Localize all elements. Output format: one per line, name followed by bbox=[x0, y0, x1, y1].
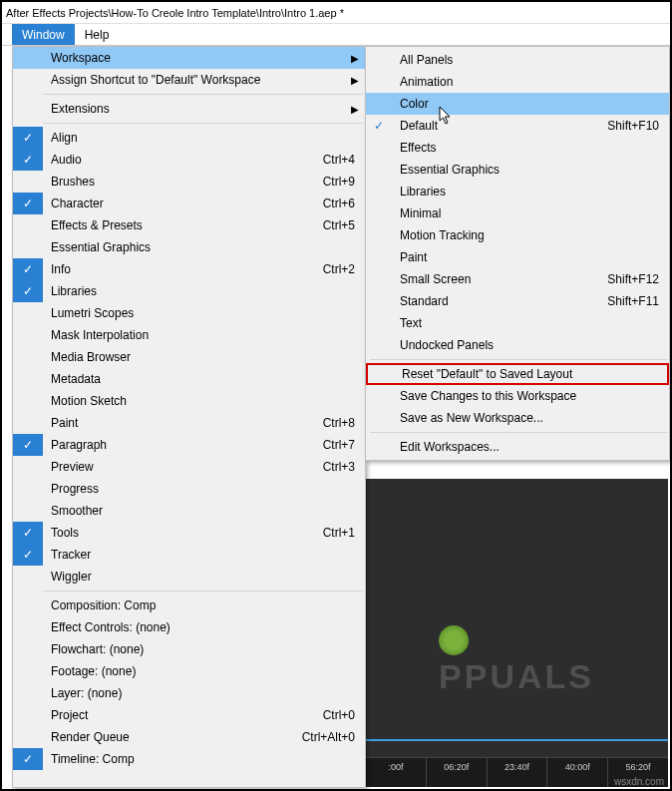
menu-item-tracker[interactable]: ✓ Tracker bbox=[13, 544, 365, 566]
submenu-item-paint[interactable]: Paint bbox=[366, 246, 669, 268]
check-icon: ✓ bbox=[13, 544, 43, 566]
submenu-item-save-changes[interactable]: Save Changes to this Workspace bbox=[366, 385, 669, 407]
menu-item-wiggler[interactable]: Wiggler bbox=[13, 566, 365, 588]
check-icon: ✓ bbox=[366, 115, 392, 137]
menu-bar: Window Help bbox=[2, 24, 670, 46]
menu-item-layer[interactable]: Layer: (none) bbox=[13, 682, 365, 704]
check-icon: ✓ bbox=[13, 434, 43, 456]
menu-item-character[interactable]: ✓ Character Ctrl+6 bbox=[13, 193, 365, 214]
menu-item-motion-sketch[interactable]: Motion Sketch bbox=[13, 390, 365, 412]
submenu-item-text[interactable]: Text bbox=[366, 312, 669, 334]
separator bbox=[43, 123, 363, 124]
window-title: After Effects Projects\How-To Creole Int… bbox=[2, 2, 670, 24]
check-icon: ✓ bbox=[13, 522, 43, 544]
menu-item-mask-interp[interactable]: Mask Interpolation bbox=[13, 324, 365, 346]
separator bbox=[43, 591, 363, 592]
separator bbox=[370, 359, 667, 360]
menu-item-essential-graphics[interactable]: Essential Graphics bbox=[13, 236, 365, 258]
check-icon: ✓ bbox=[13, 193, 43, 214]
menu-item-effect-controls[interactable]: Effect Controls: (none) bbox=[13, 616, 365, 638]
submenu-item-default[interactable]: ✓ Default Shift+F10 bbox=[366, 115, 669, 137]
timeline-tick: :00f bbox=[365, 758, 426, 787]
menu-item-preview[interactable]: Preview Ctrl+3 bbox=[13, 456, 365, 478]
menu-item-lumetri[interactable]: Lumetri Scopes bbox=[13, 302, 365, 324]
menu-item-libraries[interactable]: ✓ Libraries bbox=[13, 280, 365, 302]
separator bbox=[43, 94, 363, 95]
menu-item-align[interactable]: ✓ Align bbox=[13, 127, 365, 149]
menu-item-smoother[interactable]: Smoother bbox=[13, 500, 365, 522]
menu-item-paint[interactable]: Paint Ctrl+8 bbox=[13, 412, 365, 434]
submenu-arrow-icon: ▶ bbox=[345, 53, 365, 64]
submenu-item-animation[interactable]: Animation bbox=[366, 71, 669, 93]
menu-item-paragraph[interactable]: ✓ Paragraph Ctrl+7 bbox=[13, 434, 365, 456]
watermark: PPUALS bbox=[439, 618, 594, 696]
source-label: wsxdn.com bbox=[614, 776, 664, 787]
menu-item-footage[interactable]: Footage: (none) bbox=[13, 660, 365, 682]
submenu-item-libraries[interactable]: Libraries bbox=[366, 181, 669, 202]
check-icon: ✓ bbox=[13, 149, 43, 171]
submenu-arrow-icon: ▶ bbox=[345, 104, 365, 115]
submenu-item-reset-default[interactable]: Reset "Default" to Saved Layout bbox=[366, 363, 669, 385]
menu-item-media-browser[interactable]: Media Browser bbox=[13, 346, 365, 368]
timeline-tick: 23:40f bbox=[487, 758, 547, 787]
menu-item-brushes[interactable]: Brushes Ctrl+9 bbox=[13, 171, 365, 193]
menu-item-timeline[interactable]: ✓ Timeline: Comp bbox=[13, 748, 365, 770]
window-menu-dropdown: Workspace ▶ Assign Shortcut to "Default"… bbox=[12, 46, 366, 788]
check-icon: ✓ bbox=[13, 258, 43, 280]
check-icon: ✓ bbox=[13, 280, 43, 302]
menu-window[interactable]: Window bbox=[12, 24, 75, 45]
menu-item-tools[interactable]: ✓ Tools Ctrl+1 bbox=[13, 522, 365, 544]
timeline-tick: 06:20f bbox=[426, 758, 487, 787]
submenu-item-save-as-new[interactable]: Save as New Workspace... bbox=[366, 407, 669, 429]
check-icon: ✓ bbox=[13, 127, 43, 149]
separator bbox=[370, 432, 667, 433]
label: Workspace bbox=[43, 51, 345, 65]
menu-item-metadata[interactable]: Metadata bbox=[13, 368, 365, 390]
timeline-track-line bbox=[365, 739, 668, 741]
menu-item-info[interactable]: ✓ Info Ctrl+2 bbox=[13, 258, 365, 280]
menu-item-project[interactable]: Project Ctrl+0 bbox=[13, 704, 365, 726]
submenu-item-undocked[interactable]: Undocked Panels bbox=[366, 334, 669, 356]
menu-item-workspace[interactable]: Workspace ▶ bbox=[13, 47, 365, 69]
submenu-item-standard[interactable]: Standard Shift+F11 bbox=[366, 290, 669, 312]
timeline-tick: 40:00f bbox=[546, 758, 607, 787]
menu-help[interactable]: Help bbox=[75, 24, 120, 45]
watermark-icon bbox=[439, 625, 469, 655]
submenu-item-all-panels[interactable]: All Panels bbox=[366, 49, 669, 71]
submenu-item-edit-workspaces[interactable]: Edit Workspaces... bbox=[366, 436, 669, 458]
submenu-arrow-icon: ▶ bbox=[345, 75, 365, 86]
menu-item-flowchart[interactable]: Flowchart: (none) bbox=[13, 638, 365, 660]
menu-item-assign-shortcut[interactable]: Assign Shortcut to "Default" Workspace ▶ bbox=[13, 69, 365, 91]
check-col bbox=[13, 47, 43, 69]
menu-item-audio[interactable]: ✓ Audio Ctrl+4 bbox=[13, 149, 365, 171]
submenu-item-color[interactable]: Color bbox=[366, 93, 669, 115]
submenu-item-motion-tracking[interactable]: Motion Tracking bbox=[366, 224, 669, 246]
submenu-item-minimal[interactable]: Minimal bbox=[366, 202, 669, 224]
menu-item-render-queue[interactable]: Render Queue Ctrl+Alt+0 bbox=[13, 726, 365, 748]
submenu-item-effects[interactable]: Effects bbox=[366, 137, 669, 159]
menu-item-effects-presets[interactable]: Effects & Presets Ctrl+5 bbox=[13, 214, 365, 236]
timeline-panel: PPUALS :00f 06:20f 23:40f 40:00f 56:20f bbox=[365, 479, 668, 787]
submenu-item-essential-graphics[interactable]: Essential Graphics bbox=[366, 159, 669, 181]
workspace-submenu: All Panels Animation Color ✓ Default Shi… bbox=[365, 46, 670, 461]
menu-item-composition[interactable]: Composition: Comp bbox=[13, 594, 365, 616]
menu-item-extensions[interactable]: Extensions ▶ bbox=[13, 98, 365, 120]
check-icon: ✓ bbox=[13, 748, 43, 770]
submenu-item-small-screen[interactable]: Small Screen Shift+F12 bbox=[366, 268, 669, 290]
menu-item-progress[interactable]: Progress bbox=[13, 478, 365, 500]
